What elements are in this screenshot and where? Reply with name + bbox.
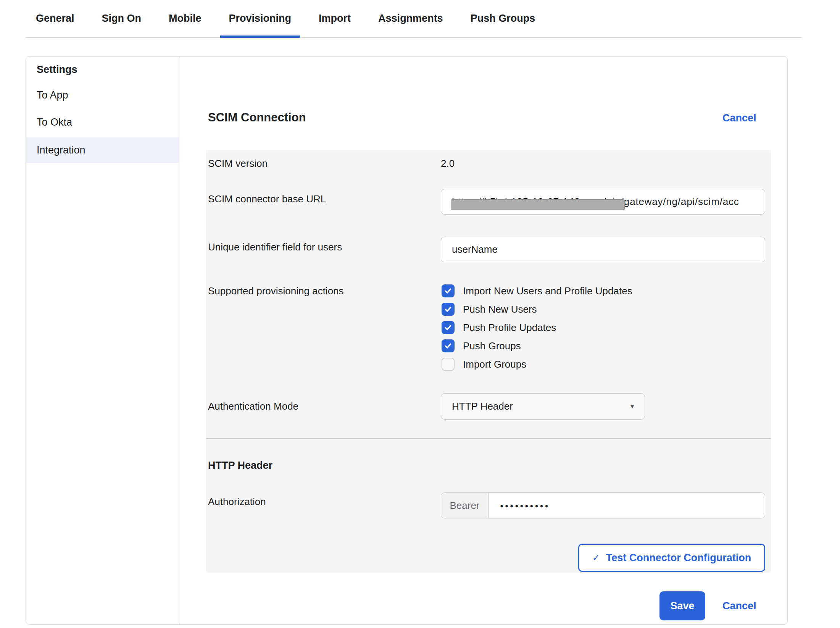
redaction-bar (451, 199, 625, 210)
base-url-label: SCIM connector base URL (208, 192, 326, 206)
checkbox-label: Push Profile Updates (463, 322, 556, 334)
provisioning-action-row: Push Profile Updates (442, 318, 556, 337)
auth-mode-select[interactable]: HTTP Header ▼ (441, 393, 645, 420)
checkbox-import-new-users[interactable] (442, 284, 455, 297)
provisioning-action-row: Import New Users and Profile Updates (442, 282, 632, 300)
sidebar-item-to-okta[interactable]: To Okta (26, 115, 179, 129)
checkbox-label: Push Groups (463, 340, 521, 352)
unique-id-label: Unique identifier field for users (208, 240, 342, 254)
checkbox-label: Import New Users and Profile Updates (463, 285, 632, 297)
checkbox-push-profile-updates[interactable] (442, 321, 455, 334)
checkbox-label: Push New Users (463, 304, 537, 315)
provisioning-actions-label: Supported provisioning actions (208, 284, 344, 298)
tab-mobile[interactable]: Mobile (160, 0, 210, 37)
scim-version-label: SCIM version (208, 157, 268, 170)
sidebar-item-to-app[interactable]: To App (26, 88, 179, 102)
check-icon: ✓ (592, 552, 600, 563)
cancel-link-top[interactable]: Cancel (722, 112, 756, 124)
bearer-token-input[interactable]: ●●●●●●●●●● (489, 493, 765, 518)
provisioning-action-row: Push Groups (442, 337, 521, 355)
check-icon (444, 305, 452, 313)
test-connector-configuration-button[interactable]: ✓ Test Connector Configuration (578, 544, 765, 572)
sidebar-item-integration[interactable]: Integration (26, 137, 179, 163)
section-divider (206, 438, 771, 439)
http-header-section-title: HTTP Header (208, 458, 272, 472)
sidebar-heading: Settings (37, 62, 77, 77)
tab-import[interactable]: Import (310, 0, 360, 37)
save-button[interactable]: Save (659, 591, 705, 620)
app-tab-bar: General Sign On Mobile Provisioning Impo… (26, 0, 801, 38)
checkbox-import-groups[interactable] (442, 358, 455, 371)
check-icon (444, 323, 452, 332)
test-connector-button-label: Test Connector Configuration (606, 552, 751, 564)
provisioning-action-row: Push New Users (442, 300, 537, 318)
base-url-visible-text: /gateway/ng/api/scim/acc (621, 196, 739, 207)
tab-push-groups[interactable]: Push Groups (462, 0, 544, 37)
auth-mode-label: Authentication Mode (208, 399, 298, 413)
tab-sign-on[interactable]: Sign On (93, 0, 150, 37)
unique-id-input[interactable]: userName (441, 237, 765, 262)
scim-version-value: 2.0 (441, 157, 455, 170)
tab-provisioning[interactable]: Provisioning (220, 0, 300, 37)
auth-mode-value: HTTP Header (452, 400, 513, 412)
dropdown-caret-icon: ▼ (629, 403, 635, 410)
check-icon (444, 342, 452, 350)
provisioning-action-row: Import Groups (442, 355, 526, 373)
base-url-obscured-text: https://b5bd-125-19-67-142.ngrok.io (452, 196, 621, 208)
check-icon (444, 287, 452, 295)
tab-general[interactable]: General (27, 0, 83, 37)
cancel-link-bottom[interactable]: Cancel (722, 600, 756, 612)
checkbox-push-new-users[interactable] (442, 303, 455, 316)
scim-base-url-input[interactable]: https://b5bd-125-19-67-142.ngrok.io/gate… (441, 189, 765, 215)
checkbox-push-groups[interactable] (442, 339, 455, 352)
checkbox-label: Import Groups (463, 358, 526, 370)
authorization-input-group: Bearer ●●●●●●●●●● (441, 492, 765, 518)
authorization-label: Authorization (208, 495, 266, 509)
provisioning-settings-page: General Sign On Mobile Provisioning Impo… (0, 0, 840, 628)
tab-assignments[interactable]: Assignments (369, 0, 452, 37)
bearer-prefix-label: Bearer (441, 493, 489, 518)
unique-id-value: userName (452, 244, 498, 255)
page-title: SCIM Connection (208, 110, 306, 125)
